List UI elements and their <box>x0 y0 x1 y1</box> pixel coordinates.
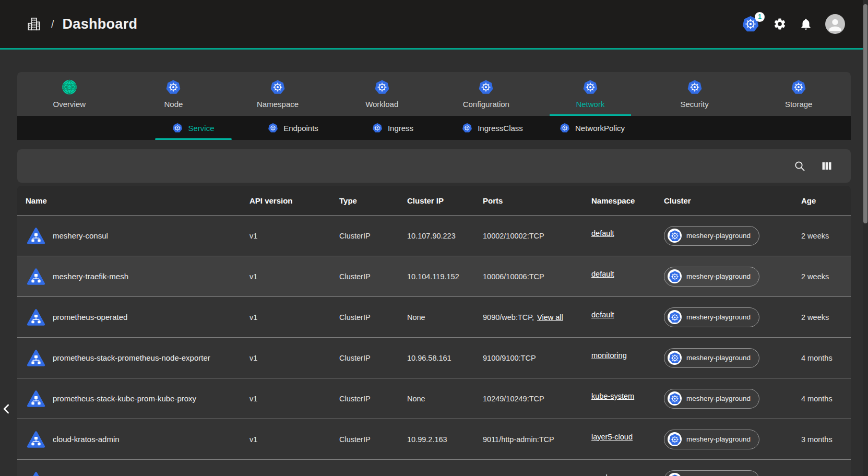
ports-value: 9011/http-admin:TCP <box>483 435 554 444</box>
cluster-name: meshery-playground <box>686 232 751 240</box>
service-name: meshery-consul <box>53 231 108 240</box>
service-resource-icon <box>27 471 45 476</box>
namespace-link[interactable]: default <box>591 229 614 237</box>
ports-value: 9090/web:TCP, <box>483 313 534 322</box>
table-row[interactable]: cloud-kratos-admin v1 ClusterIP 10.99.2.… <box>17 419 851 459</box>
tab-overview[interactable]: Overview <box>17 72 122 116</box>
name-cell: prometheus-stack-kube-prom-kube-proxy <box>17 389 241 408</box>
cluster-chip[interactable]: meshery-playground <box>664 348 759 368</box>
subtab-endpoints[interactable]: Endpoints <box>243 116 343 140</box>
cluster-chip[interactable]: meshery-playground <box>664 267 759 287</box>
column-header-cluster[interactable]: Cluster <box>656 196 793 205</box>
service-resource-icon <box>27 349 45 367</box>
notifications-button[interactable] <box>799 17 813 31</box>
cluster-chip[interactable]: meshery-playground <box>664 307 759 327</box>
column-header-ports[interactable]: Ports <box>474 196 583 205</box>
tab-security[interactable]: Security <box>643 72 747 116</box>
subtab-label: IngressClass <box>478 124 523 133</box>
cluster-chip[interactable]: meshery-playground <box>664 470 759 476</box>
view-columns-button[interactable] <box>821 160 833 172</box>
tab-configuration[interactable]: Configuration <box>434 72 539 116</box>
kubernetes-icon <box>372 123 383 133</box>
tab-network[interactable]: Network <box>538 72 643 116</box>
service-resource-icon <box>27 308 45 327</box>
age-cell: 2 weeks <box>793 272 851 281</box>
subtab-networkpolicy[interactable]: NetworkPolicy <box>542 116 642 140</box>
column-header-name[interactable]: Name <box>17 196 241 205</box>
table-row[interactable]: meshery-consul v1 ClusterIP 10.107.90.22… <box>17 215 851 256</box>
kubernetes-icon <box>668 229 682 243</box>
namespace-link[interactable]: layer5-cloud <box>591 433 633 441</box>
organization-icon[interactable] <box>26 16 42 32</box>
cluster-name: meshery-playground <box>686 313 751 321</box>
kubernetes-icon <box>462 123 472 133</box>
subtab-label: Endpoints <box>283 124 318 133</box>
scrollbar-thumb[interactable] <box>863 4 867 223</box>
subtab-ingress[interactable]: Ingress <box>343 116 443 140</box>
namespace-link[interactable]: meshery <box>591 473 621 476</box>
namespace-link[interactable]: default <box>591 270 614 278</box>
ports-value: 9100/9100:TCP <box>483 354 536 362</box>
cluster-chip[interactable]: meshery-playground <box>664 226 759 246</box>
user-avatar-button[interactable] <box>825 14 845 34</box>
cluster-ip-cell: None <box>399 395 474 403</box>
table-row[interactable]: meshery meshery-playground <box>17 459 851 476</box>
subtab-ingressclass[interactable]: IngressClass <box>443 116 542 140</box>
cluster-name: meshery-playground <box>686 435 751 443</box>
table-row[interactable]: meshery-traefik-mesh v1 ClusterIP 10.104… <box>17 256 851 296</box>
column-header-namespace[interactable]: Namespace <box>583 196 656 205</box>
kubernetes-icon <box>791 79 806 95</box>
search-button[interactable] <box>793 160 806 172</box>
subtab-service[interactable]: Service <box>144 116 243 140</box>
cluster-ip-cell: 10.99.2.163 <box>399 435 474 444</box>
kubernetes-icon <box>165 79 181 95</box>
table-row[interactable]: prometheus-stack-kube-prom-kube-proxy v1… <box>17 378 851 419</box>
kubernetes-icon <box>582 79 598 95</box>
service-name: prometheus-stack-prometheus-node-exporte… <box>53 353 210 362</box>
ports-cell: 9011/http-admin:TCP <box>474 435 583 444</box>
column-header-age[interactable]: Age <box>793 196 851 205</box>
namespace-cell: layer5-cloud <box>583 435 656 444</box>
person-icon <box>826 16 844 34</box>
tab-namespace[interactable]: Namespace <box>225 72 330 116</box>
service-name: prometheus-stack-kube-prom-kube-proxy <box>53 394 196 403</box>
view-all-ports-link[interactable]: View all <box>537 313 563 322</box>
kubernetes-context-button[interactable]: 1 <box>742 15 759 33</box>
name-cell <box>17 471 241 476</box>
column-header-api-version[interactable]: API version <box>241 196 331 205</box>
service-resource-icon <box>27 430 45 449</box>
page-title: Dashboard <box>63 16 138 32</box>
service-name: prometheus-operated <box>53 313 127 322</box>
settings-button[interactable] <box>773 17 787 31</box>
table-row[interactable]: prometheus-operated v1 ClusterIP None 90… <box>17 296 851 337</box>
kubernetes-icon <box>668 351 682 365</box>
namespace-link[interactable]: kube-system <box>591 392 634 400</box>
page-scrollbar <box>863 0 868 476</box>
column-header-cluster-ip[interactable]: Cluster IP <box>399 196 474 205</box>
cluster-chip[interactable]: meshery-playground <box>664 430 759 449</box>
kubernetes-icon <box>172 123 183 133</box>
tab-node[interactable]: Node <box>122 72 226 116</box>
kubernetes-icon <box>668 391 682 406</box>
type-cell: ClusterIP <box>331 354 399 362</box>
subtab-label: Ingress <box>388 124 413 133</box>
api-version-cell: v1 <box>241 272 331 281</box>
cluster-name: meshery-playground <box>686 354 751 362</box>
cluster-name: meshery-playground <box>686 395 751 402</box>
app-header: / Dashboard 1 <box>0 0 868 50</box>
column-header-type[interactable]: Type <box>331 196 399 205</box>
table-row[interactable]: prometheus-stack-prometheus-node-exporte… <box>17 337 851 378</box>
tab-label: Workload <box>365 100 398 109</box>
api-version-cell: v1 <box>241 232 331 240</box>
namespace-link[interactable]: monitoring <box>591 351 627 360</box>
kubernetes-icon <box>270 79 286 95</box>
sidebar-expand-button[interactable] <box>0 401 14 416</box>
tab-workload[interactable]: Workload <box>330 72 434 116</box>
namespace-link[interactable]: default <box>591 311 614 319</box>
tab-label: Namespace <box>257 100 299 109</box>
age-cell: 4 months <box>793 395 851 403</box>
cluster-chip[interactable]: meshery-playground <box>664 389 759 409</box>
api-version-cell: v1 <box>241 435 331 444</box>
ports-cell: 10249/10249:TCP <box>474 395 583 403</box>
tab-storage[interactable]: Storage <box>746 72 851 116</box>
